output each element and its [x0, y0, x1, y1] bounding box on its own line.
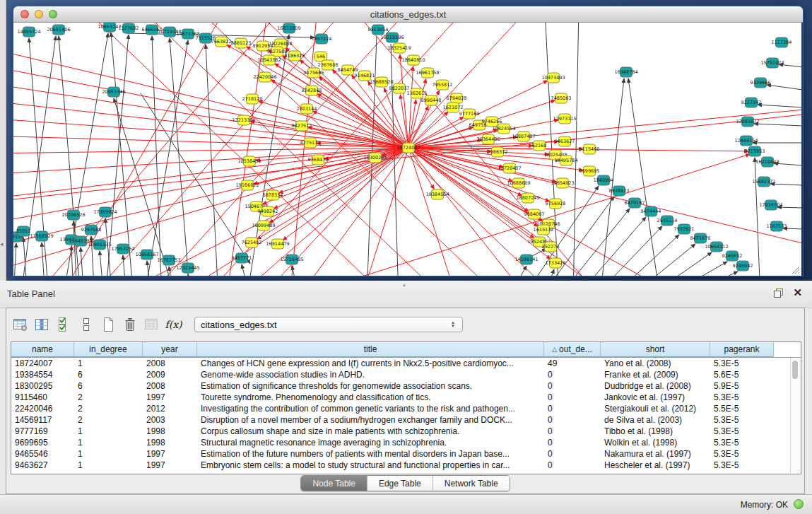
graph-node[interactable]: 9245652: [722, 251, 743, 261]
graph-node[interactable]: 9227342: [741, 98, 762, 107]
graph-node[interactable]: 8813054: [368, 25, 389, 35]
table-cell[interactable]: 9465546: [11, 449, 74, 459]
table-cell[interactable]: Hescheler et al. (1997): [601, 460, 710, 470]
graph-node[interactable]: 9463627: [555, 136, 575, 146]
table-row[interactable]: 969969511998Structural magnetic resonanc…: [11, 437, 801, 448]
table-cell[interactable]: Tibbo et al. (1998): [601, 426, 710, 436]
graph-node[interactable]: 20206526: [61, 210, 85, 220]
graph-node[interactable]: 15720407: [498, 163, 521, 173]
graph-node[interactable]: 1733426: [546, 258, 566, 268]
graph-node[interactable]: 9115460: [579, 144, 600, 154]
table-mode-button[interactable]: [11, 315, 30, 334]
table-cell[interactable]: 5.3E-5: [710, 426, 774, 436]
table-cell[interactable]: Stergiakouli et al. (2012): [601, 404, 710, 414]
graph-node[interactable]: 18640910: [401, 55, 425, 65]
graph-node[interactable]: 7625402: [242, 238, 262, 247]
graph-node[interactable]: 9777169: [459, 109, 480, 119]
column-header-short[interactable]: short: [601, 342, 710, 357]
graph-node[interactable]: 9245042: [733, 261, 753, 271]
vertical-scrollbar[interactable]: [790, 358, 800, 473]
table-cell[interactable]: 1: [74, 358, 143, 368]
table-selector-dropdown[interactable]: citations_edges.txt ▲▼: [194, 317, 463, 332]
graph-node[interactable]: 10538459: [237, 156, 261, 166]
graph-node[interactable]: 1840994: [594, 175, 614, 185]
table-cell[interactable]: 0: [544, 460, 601, 470]
table-cell[interactable]: 0: [544, 370, 601, 380]
graph-node[interactable]: 85051: [16, 226, 31, 236]
table-row[interactable]: 2242004622012Investigating the contribut…: [11, 403, 801, 414]
table-cell[interactable]: Genome-wide association studies in ADHD.: [197, 370, 544, 380]
table-cell[interactable]: 6: [74, 381, 143, 391]
graph-node[interactable]: 10807487: [512, 132, 535, 141]
table-row[interactable]: 946362711997Embryonic stem cells: a mode…: [11, 460, 801, 471]
table-cell[interactable]: 9463627: [11, 460, 74, 470]
table-cell[interactable]: 0: [544, 392, 601, 402]
column-header-out-de-[interactable]: △out_de...: [544, 342, 601, 357]
graph-node[interactable]: 8860123: [231, 38, 252, 48]
table-cell[interactable]: 5.6E-5: [710, 370, 774, 380]
tab-node-table[interactable]: Node Table: [301, 476, 367, 491]
close-button[interactable]: [20, 10, 29, 18]
graph-node[interactable]: 9474444: [641, 206, 661, 216]
graph-node[interactable]: 9756928: [546, 199, 566, 209]
function-builder-button[interactable]: f(x): [164, 315, 183, 334]
float-panel-icon[interactable]: [773, 288, 784, 298]
graph-node[interactable]: 9297588: [81, 225, 102, 235]
graph-node[interactable]: 1615132: [534, 225, 554, 235]
table-cell[interactable]: Tourette syndrome. Phenomenology and cla…: [197, 392, 544, 402]
table-cell[interactable]: 5.3E-5: [710, 358, 774, 368]
table-cell[interactable]: 1997: [143, 449, 197, 459]
graph-node[interactable]: 8427512: [292, 121, 312, 131]
table-cell[interactable]: 9115460: [11, 392, 74, 402]
table-cell[interactable]: 0: [544, 438, 601, 448]
table-row[interactable]: 1456911722003Disruption of a novel membe…: [11, 414, 801, 426]
network-window-titlebar[interactable]: citations_edges.txt: [13, 6, 803, 23]
graph-node[interactable]: 10973493: [541, 73, 565, 83]
graph-node[interactable]: 12444154: [734, 136, 758, 146]
table-cell[interactable]: 1997: [143, 392, 197, 402]
resize-grip-icon[interactable]: [792, 266, 800, 274]
graph-node[interactable]: 8990448: [421, 95, 442, 105]
table-cell[interactable]: 14569117: [11, 415, 74, 425]
graph-node[interactable]: 10958167: [135, 250, 158, 259]
graph-node[interactable]: 8938923: [609, 186, 630, 196]
column-header-in-degree[interactable]: in_degree: [74, 342, 143, 357]
table-cell[interactable]: 5.3E-5: [710, 449, 774, 459]
column-header-name[interactable]: name: [11, 342, 74, 357]
table-cell[interactable]: 1998: [143, 438, 197, 448]
collapse-arrow-icon[interactable]: ◂: [0, 240, 4, 247]
table-cell[interactable]: Yano et al. (2008): [601, 358, 710, 368]
graph-node[interactable]: 1362615: [407, 88, 428, 98]
graph-node[interactable]: 2367608: [318, 60, 339, 70]
table-cell[interactable]: 1: [74, 449, 143, 459]
table-cell[interactable]: Disruption of a novel member of a sodium…: [197, 415, 544, 425]
close-panel-icon[interactable]: ✕: [793, 286, 802, 299]
table-cell[interactable]: 2: [74, 392, 143, 402]
graph-node[interactable]: 15716485: [280, 255, 303, 264]
graph-node[interactable]: 17016504: [759, 200, 782, 210]
table-cell[interactable]: Corpus callosum shape and size in male p…: [197, 426, 544, 436]
table-cell[interactable]: 2003: [143, 415, 197, 425]
table-cell[interactable]: Jankovic et al. (1997): [601, 392, 710, 402]
graph-node[interactable]: 2935114: [657, 216, 678, 226]
graph-node[interactable]: 20053346: [102, 87, 125, 97]
graph-node[interactable]: 16961758: [416, 68, 439, 78]
graph-node[interactable]: 2803144: [297, 104, 317, 114]
graph-node[interactable]: 19384554: [425, 189, 449, 199]
table-cell[interactable]: 5.3E-5: [710, 460, 774, 470]
graph-node[interactable]: 1167533: [767, 221, 787, 231]
table-cell[interactable]: Nakamura et al. (1997): [601, 449, 710, 459]
table-cell[interactable]: 1998: [143, 426, 197, 436]
graph-node[interactable]: 16914479: [266, 239, 289, 249]
table-cell[interactable]: 5.5E-5: [710, 404, 774, 414]
tab-edge-table[interactable]: Edge Table: [367, 476, 433, 491]
graph-node[interactable]: 2718120: [242, 94, 263, 104]
table-cell[interactable]: Franke et al. (2009): [601, 370, 710, 380]
table-cell[interactable]: Wolkin et al. (1998): [601, 438, 710, 448]
table-row[interactable]: 1872400712008Changes of HCN gene express…: [11, 358, 801, 369]
graph-node[interactable]: 20691406: [47, 25, 70, 35]
scrollbar-thumb[interactable]: [792, 361, 798, 379]
column-header-year[interactable]: year: [143, 342, 197, 357]
table-cell[interactable]: Changes of HCN gene expression and I(f) …: [197, 358, 544, 368]
table-cell[interactable]: 0: [544, 426, 601, 436]
